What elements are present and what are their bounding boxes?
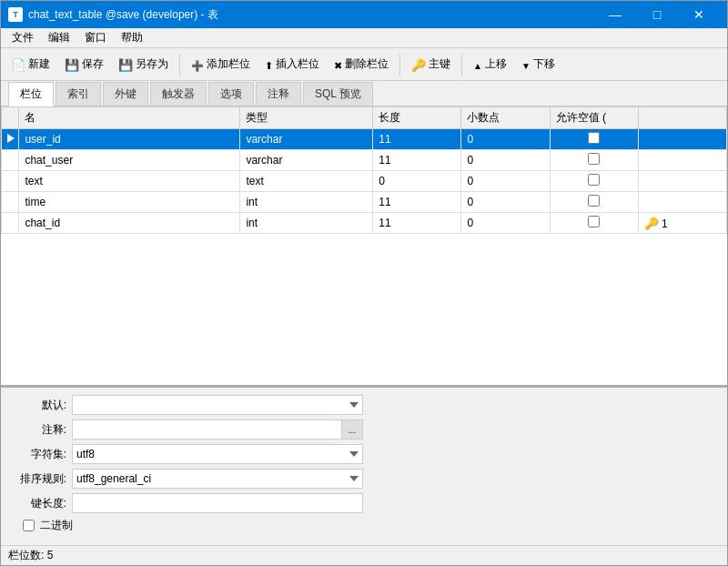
key-button[interactable]: 主键 bbox=[405, 52, 457, 77]
prop-collation-row: 排序规则: utf8_general_ci bbox=[12, 469, 716, 489]
cell-type[interactable]: varchar bbox=[240, 129, 373, 150]
main-content: 名 类型 长度 小数点 允许空值 ( user_idvarchar110chat… bbox=[1, 106, 727, 545]
cell-decimal[interactable]: 0 bbox=[461, 192, 550, 213]
tab-indexes[interactable]: 索引 bbox=[56, 82, 101, 106]
save-label: 保存 bbox=[82, 56, 104, 72]
collation-select[interactable]: utf8_general_ci bbox=[72, 469, 363, 489]
comment-expand-button[interactable]: ... bbox=[341, 419, 363, 440]
table-area[interactable]: 名 类型 长度 小数点 允许空值 ( user_idvarchar110chat… bbox=[1, 106, 727, 387]
cell-name[interactable]: time bbox=[19, 192, 240, 213]
keylength-input[interactable] bbox=[72, 493, 363, 513]
key-label: 主键 bbox=[429, 56, 450, 72]
cell-decimal[interactable]: 0 bbox=[461, 150, 550, 171]
header-nullable[interactable]: 允许空值 ( bbox=[550, 107, 638, 129]
cell-length[interactable]: 11 bbox=[373, 150, 461, 171]
nullable-checkbox[interactable] bbox=[588, 216, 600, 227]
nullable-checkbox[interactable] bbox=[588, 195, 600, 207]
tab-options[interactable]: 选项 bbox=[208, 82, 254, 106]
charset-select[interactable]: utf8 bbox=[72, 444, 363, 464]
tab-comments[interactable]: 注释 bbox=[256, 82, 301, 106]
menu-edit[interactable]: 编辑 bbox=[41, 28, 77, 47]
maximize-button[interactable]: □ bbox=[636, 1, 678, 28]
cell-name[interactable]: text bbox=[19, 171, 240, 192]
menu-window[interactable]: 窗口 bbox=[77, 28, 114, 47]
minimize-button[interactable]: — bbox=[594, 1, 636, 28]
close-button[interactable]: ✕ bbox=[678, 1, 720, 28]
delcol-button[interactable]: 删除栏位 bbox=[328, 52, 395, 77]
inscol-label: 插入栏位 bbox=[276, 56, 319, 72]
binary-checkbox[interactable] bbox=[23, 520, 35, 531]
main-window: T chat_text_table @save (developer) - 表 … bbox=[0, 0, 728, 566]
tab-triggers[interactable]: 触发器 bbox=[150, 82, 207, 106]
comment-input[interactable] bbox=[72, 419, 342, 440]
row-indicator bbox=[2, 150, 19, 171]
prop-binary-row: 二进制 bbox=[23, 518, 716, 533]
header-name[interactable]: 名 bbox=[19, 107, 240, 129]
cell-extra: 🔑 1 bbox=[638, 213, 726, 234]
up-icon bbox=[473, 57, 482, 72]
cell-decimal[interactable]: 0 bbox=[461, 171, 550, 192]
inscol-button[interactable]: 插入栏位 bbox=[258, 52, 326, 77]
window-title: chat_text_table @save (developer) - 表 bbox=[28, 7, 594, 23]
up-button[interactable]: 上移 bbox=[467, 52, 513, 77]
table-row[interactable]: chat_idint110🔑 1 bbox=[2, 213, 727, 234]
cell-type[interactable]: int bbox=[240, 192, 373, 213]
cell-extra bbox=[638, 150, 726, 171]
cell-decimal[interactable]: 0 bbox=[461, 129, 550, 150]
menu-file[interactable]: 文件 bbox=[5, 28, 41, 47]
row-indicator bbox=[2, 171, 19, 192]
cell-nullable[interactable] bbox=[550, 171, 638, 192]
toolbar-separator-2 bbox=[399, 54, 400, 76]
tab-fields[interactable]: 栏位 bbox=[8, 82, 54, 106]
addcol-label: 添加栏位 bbox=[207, 56, 250, 72]
table-row[interactable]: user_idvarchar110 bbox=[2, 129, 727, 150]
cell-extra bbox=[638, 171, 726, 192]
cell-nullable[interactable] bbox=[550, 213, 638, 234]
nullable-checkbox[interactable] bbox=[588, 153, 600, 165]
cell-type[interactable]: text bbox=[240, 171, 373, 192]
cell-type[interactable]: int bbox=[240, 213, 373, 234]
table-body: user_idvarchar110chat_uservarchar110text… bbox=[2, 129, 727, 234]
tab-sqlpreview[interactable]: SQL 预览 bbox=[303, 82, 373, 106]
row-indicator bbox=[2, 192, 19, 213]
cell-nullable[interactable] bbox=[550, 192, 638, 213]
table-row[interactable]: chat_uservarchar110 bbox=[2, 150, 727, 171]
cell-nullable[interactable] bbox=[550, 150, 638, 171]
cell-extra bbox=[638, 192, 726, 213]
cell-decimal[interactable]: 0 bbox=[461, 213, 550, 234]
default-select[interactable] bbox=[72, 395, 363, 415]
cell-length[interactable]: 0 bbox=[373, 171, 461, 192]
nullable-checkbox[interactable] bbox=[588, 174, 600, 186]
table-row[interactable]: timeint110 bbox=[2, 192, 727, 213]
header-decimal[interactable]: 小数点 bbox=[461, 107, 550, 129]
new-button[interactable]: 新建 bbox=[5, 52, 56, 77]
cell-name[interactable]: chat_user bbox=[19, 150, 240, 171]
inscol-icon bbox=[265, 57, 273, 72]
cell-name[interactable]: user_id bbox=[19, 129, 240, 150]
addcol-button[interactable]: 添加栏位 bbox=[185, 52, 257, 77]
header-length[interactable]: 长度 bbox=[373, 107, 461, 129]
down-button[interactable]: 下移 bbox=[515, 52, 561, 77]
cell-nullable[interactable] bbox=[550, 129, 638, 150]
cell-extra bbox=[638, 129, 726, 150]
cell-length[interactable]: 11 bbox=[373, 192, 461, 213]
down-icon bbox=[521, 57, 531, 72]
nullable-checkbox[interactable] bbox=[588, 132, 600, 144]
tabs-bar: 栏位 索引 外键 触发器 选项 注释 SQL 预览 bbox=[1, 81, 727, 106]
props-panel: 默认: 注释: ... 字符集: utf8 排序规则: ut bbox=[1, 387, 727, 545]
cell-length[interactable]: 11 bbox=[373, 213, 461, 234]
prop-charset-row: 字符集: utf8 bbox=[12, 444, 716, 464]
cell-name[interactable]: chat_id bbox=[19, 213, 240, 234]
row-indicator bbox=[2, 213, 19, 234]
save-button[interactable]: 保存 bbox=[58, 52, 110, 77]
header-type[interactable]: 类型 bbox=[240, 107, 373, 129]
down-label: 下移 bbox=[533, 56, 555, 72]
saveas-button[interactable]: 另存为 bbox=[112, 52, 175, 77]
fields-table: 名 类型 长度 小数点 允许空值 ( user_idvarchar110chat… bbox=[1, 106, 727, 234]
menu-help[interactable]: 帮助 bbox=[114, 28, 150, 47]
table-row[interactable]: texttext00 bbox=[2, 171, 727, 192]
header-indicator bbox=[2, 107, 19, 129]
tab-foreignkeys[interactable]: 外键 bbox=[103, 82, 148, 106]
cell-length[interactable]: 11 bbox=[373, 129, 461, 150]
cell-type[interactable]: varchar bbox=[240, 150, 373, 171]
